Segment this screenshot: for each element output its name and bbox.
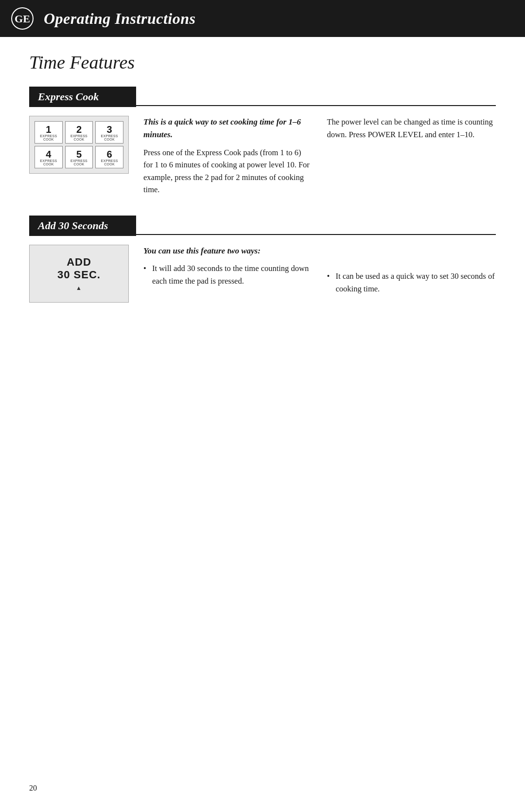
add30-bullet-list: It will add 30 seconds to the time count…: [143, 262, 313, 287]
keypad-grid: 1 EXPRESS COOK 2 EXPRESS COOK 3 EXPRESS …: [29, 116, 129, 174]
add30-button-image: ADD 30 SEC.: [29, 245, 129, 303]
express-cook-key-5[interactable]: 5 EXPRESS COOK: [65, 146, 93, 168]
express-cook-content: 1 EXPRESS COOK 2 EXPRESS COOK 3 EXPRESS …: [29, 116, 496, 196]
add30-col2: It can be used as a quick way to set 30 …: [327, 245, 496, 298]
express-cook-key-6[interactable]: 6 EXPRESS COOK: [95, 146, 123, 168]
add30-pad[interactable]: ADD 30 SEC.: [29, 245, 129, 303]
add30-bullet2: It can be used as a quick way to set 30 …: [327, 270, 496, 295]
express-cook-key-2[interactable]: 2 EXPRESS COOK: [65, 121, 93, 144]
express-cook-text: This is a quick way to set cooking time …: [143, 116, 496, 196]
header-title: Operating Instructions: [44, 10, 195, 28]
add30-line2: 30 SEC.: [57, 269, 101, 281]
express-cook-key-1[interactable]: 1 EXPRESS COOK: [35, 121, 63, 144]
add30-bullet-list-2: It can be used as a quick way to set 30 …: [327, 270, 496, 295]
main-content: Time Features Express Cook 1 EXPRESS COO…: [0, 37, 525, 351]
header-bar: GE Operating Instructions: [0, 0, 525, 37]
express-cook-key-3[interactable]: 3 EXPRESS COOK: [95, 121, 123, 144]
express-cook-intro: This is a quick way to set cooking time …: [143, 116, 313, 142]
add30-intro: You can use this feature two ways:: [143, 245, 313, 257]
add30-line1: ADD: [67, 256, 91, 268]
page-number: 20: [29, 784, 37, 793]
ge-logo-icon: GE: [10, 6, 35, 31]
svg-text:GE: GE: [15, 13, 30, 25]
express-cook-col1: This is a quick way to set cooking time …: [143, 116, 313, 196]
express-cook-label: Express Cook: [29, 87, 136, 107]
add30-label: Add 30 Seconds: [29, 216, 136, 236]
add30-section: Add 30 Seconds ADD 30 SEC. You can use t…: [29, 216, 496, 303]
express-cook-section: Express Cook 1 EXPRESS COOK 2 EXPRESS CO…: [29, 87, 496, 196]
express-cook-keypad: 1 EXPRESS COOK 2 EXPRESS COOK 3 EXPRESS …: [29, 116, 129, 174]
express-cook-col2: The power level can be changed as time i…: [327, 116, 496, 196]
express-cook-side-text: The power level can be changed as time i…: [327, 116, 496, 141]
page-section-title: Time Features: [29, 52, 496, 73]
add30-text: You can use this feature two ways: It wi…: [143, 245, 496, 298]
add30-col1: You can use this feature two ways: It wi…: [143, 245, 313, 298]
express-cook-body: Press one of the Express Cook pads (from…: [143, 146, 313, 196]
add30-bullet1: It will add 30 seconds to the time count…: [143, 262, 313, 287]
express-cook-key-4[interactable]: 4 EXPRESS COOK: [35, 146, 63, 168]
add30-content: ADD 30 SEC. You can use this feature two…: [29, 245, 496, 303]
